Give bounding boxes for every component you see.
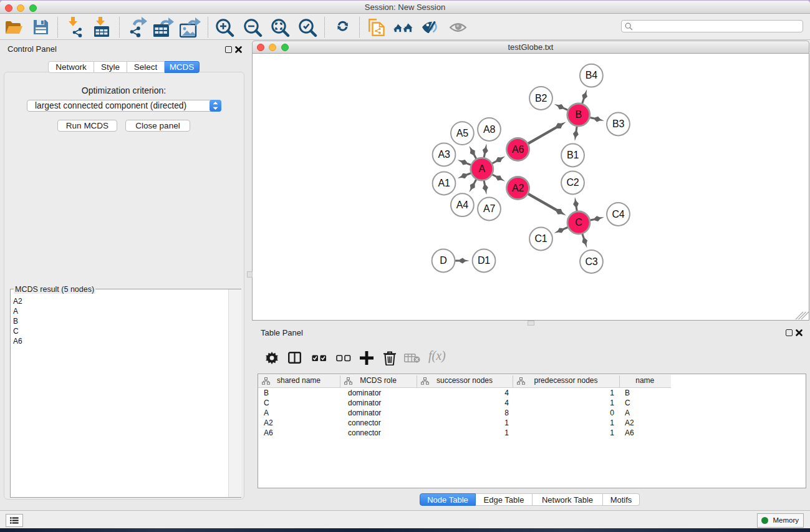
svg-text:B3: B3 [612, 118, 624, 129]
svg-text:A3: A3 [438, 149, 450, 160]
svg-text:C3: C3 [585, 256, 597, 266]
svg-text:B: B [575, 109, 581, 120]
svg-text:A5: A5 [456, 127, 468, 138]
svg-text:A2: A2 [511, 182, 523, 193]
svg-text:D1: D1 [477, 255, 489, 266]
svg-text:B2: B2 [534, 92, 546, 103]
svg-text:A: A [478, 163, 485, 174]
svg-text:A4: A4 [456, 199, 468, 210]
svg-text:A8: A8 [483, 123, 494, 134]
svg-text:C: C [575, 217, 582, 228]
svg-text:A1: A1 [438, 178, 450, 188]
svg-text:A6: A6 [511, 143, 523, 154]
svg-text:C1: C1 [534, 233, 547, 244]
svg-text:A7: A7 [483, 203, 494, 214]
svg-text:D: D [440, 255, 446, 266]
svg-text:B1: B1 [566, 150, 578, 160]
svg-text:C2: C2 [566, 177, 579, 188]
svg-text:B4: B4 [585, 70, 597, 80]
svg-text:C4: C4 [612, 208, 624, 219]
